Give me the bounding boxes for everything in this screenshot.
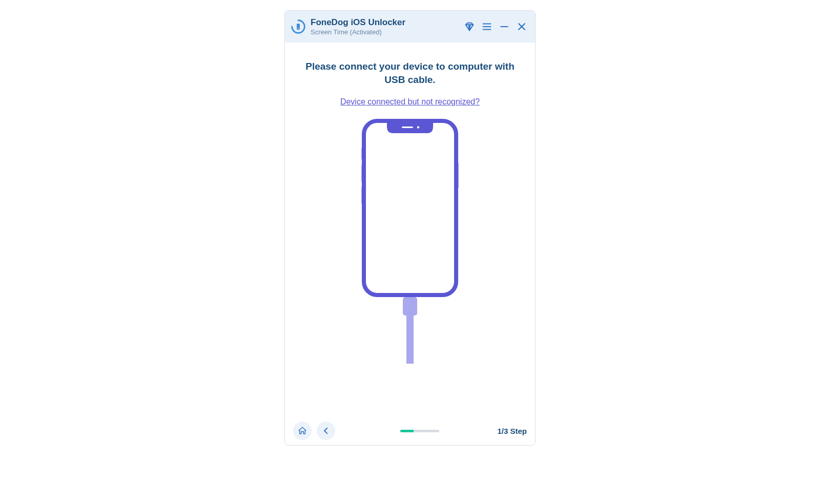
app-logo-icon	[290, 18, 306, 35]
title-group: FoneDog iOS Unlocker Screen Time (Activa…	[311, 17, 463, 36]
svg-rect-15	[403, 297, 417, 316]
diamond-icon[interactable]	[463, 20, 476, 33]
titlebar: FoneDog iOS Unlocker Screen Time (Activa…	[285, 11, 535, 43]
svg-rect-12	[364, 121, 456, 295]
progress-bar	[400, 430, 439, 432]
svg-rect-13	[402, 127, 413, 128]
back-button[interactable]	[317, 422, 335, 440]
home-button[interactable]	[293, 422, 312, 440]
minimize-icon[interactable]	[498, 20, 510, 33]
close-icon[interactable]	[516, 20, 528, 33]
progress-fill	[400, 430, 413, 432]
app-window: FoneDog iOS Unlocker Screen Time (Activa…	[284, 10, 536, 446]
menu-icon[interactable]	[481, 20, 493, 33]
instruction-text: Please connect your device to computer w…	[300, 60, 520, 86]
svg-rect-16	[406, 316, 414, 364]
help-link[interactable]: Device connected but not recognized?	[340, 97, 480, 107]
app-title: FoneDog iOS Unlocker	[311, 17, 463, 28]
phone-illustration	[359, 118, 461, 364]
svg-point-1	[298, 28, 299, 29]
window-controls	[463, 20, 528, 33]
svg-point-14	[417, 127, 419, 129]
footer-bar: 1/3 Step	[285, 416, 535, 445]
app-subtitle: Screen Time (Activated)	[311, 28, 463, 36]
step-label: 1/3 Step	[497, 427, 527, 435]
content-area: Please connect your device to computer w…	[285, 43, 535, 416]
